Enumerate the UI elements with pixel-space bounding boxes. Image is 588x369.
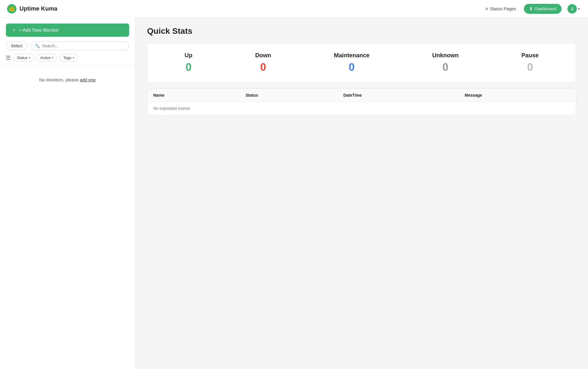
filter-row: ☰ Status ▾ Active ▾ Tags ▾: [0, 54, 135, 66]
header: 🐸 Uptime Kuma ≡ Status Pages ⬆ Dashboard…: [0, 0, 588, 18]
chevron-down-icon: ▾: [578, 7, 580, 11]
up-label: Up: [185, 52, 193, 59]
col-status: Status: [240, 89, 337, 102]
no-monitors-text: No Monitors, please: [39, 77, 79, 82]
down-value: 0: [260, 61, 266, 73]
sidebar: ＋ + Add New Monitor Select 🔍 ☰ Status ▾ …: [0, 18, 135, 369]
stats-card: Up 0 Down 0 Maintenance 0 Unknown 0 Paus…: [147, 43, 576, 83]
status-chevron-icon: ▾: [29, 56, 30, 59]
col-name: Name: [147, 89, 240, 102]
dashboard-button[interactable]: ⬆ Dashboard: [524, 4, 562, 14]
stat-up: Up 0: [185, 52, 193, 73]
stat-pause: Pause 0: [521, 52, 539, 73]
events-table: Name Status DateTime Message No importan…: [147, 89, 576, 115]
tags-filter-button[interactable]: Tags ▾: [59, 54, 78, 62]
dashboard-icon: ⬆: [529, 6, 533, 11]
maintenance-value: 0: [349, 61, 355, 73]
page-title: Quick Stats: [147, 26, 576, 36]
status-filter-button[interactable]: Status ▾: [13, 54, 34, 62]
tags-filter-label: Tags: [63, 56, 71, 60]
no-events-text: No important events: [147, 102, 576, 115]
maintenance-label: Maintenance: [334, 52, 369, 59]
search-input[interactable]: [42, 43, 125, 48]
user-avatar: J: [567, 4, 577, 14]
app-title: Uptime Kuma: [19, 5, 57, 12]
user-menu-button[interactable]: J ▾: [566, 3, 581, 15]
stat-unknown: Unknown 0: [432, 52, 459, 73]
hamburger-menu-icon: ≡: [486, 6, 488, 11]
status-filter-label: Status: [17, 56, 28, 60]
events-card: Name Status DateTime Message No importan…: [147, 88, 576, 115]
unknown-value: 0: [442, 61, 448, 73]
unknown-label: Unknown: [432, 52, 459, 59]
dashboard-label: Dashboard: [535, 6, 556, 11]
stat-maintenance: Maintenance 0: [334, 52, 369, 73]
no-events-row: No important events: [147, 102, 576, 115]
up-value: 0: [186, 61, 191, 73]
stat-down: Down 0: [255, 52, 271, 73]
list-order-icon[interactable]: ☰: [6, 55, 11, 61]
sidebar-search-row: Select 🔍: [0, 41, 135, 54]
main-content: Quick Stats Up 0 Down 0 Maintenance 0 Un…: [135, 18, 588, 369]
header-left: 🐸 Uptime Kuma: [7, 4, 57, 14]
status-pages-button[interactable]: ≡ Status Pages: [483, 4, 519, 13]
main-layout: ＋ + Add New Monitor Select 🔍 ☰ Status ▾ …: [0, 18, 588, 369]
active-chevron-icon: ▾: [52, 56, 53, 59]
pause-label: Pause: [521, 52, 539, 59]
add-monitor-label: + Add New Monitor: [19, 28, 59, 33]
header-right: ≡ Status Pages ⬆ Dashboard J ▾: [483, 3, 581, 15]
events-table-body: No important events: [147, 102, 576, 115]
search-wrapper: 🔍: [30, 41, 129, 50]
select-button[interactable]: Select: [6, 41, 27, 50]
active-filter-button[interactable]: Active ▾: [36, 54, 57, 62]
pause-value: 0: [527, 61, 533, 73]
status-pages-label: Status Pages: [490, 6, 516, 11]
logo-icon: 🐸: [7, 4, 16, 14]
active-filter-label: Active: [40, 56, 51, 60]
events-table-header: Name Status DateTime Message: [147, 89, 576, 102]
tags-chevron-icon: ▾: [73, 56, 74, 59]
add-monitor-button[interactable]: ＋ + Add New Monitor: [6, 24, 129, 37]
no-monitors-message: No Monitors, please add one: [0, 66, 135, 94]
down-label: Down: [255, 52, 271, 59]
col-datetime: DateTime: [337, 89, 459, 102]
add-one-link[interactable]: add one: [80, 77, 96, 82]
search-icon: 🔍: [35, 43, 40, 48]
plus-icon: ＋: [12, 27, 16, 33]
col-message: Message: [459, 89, 576, 102]
